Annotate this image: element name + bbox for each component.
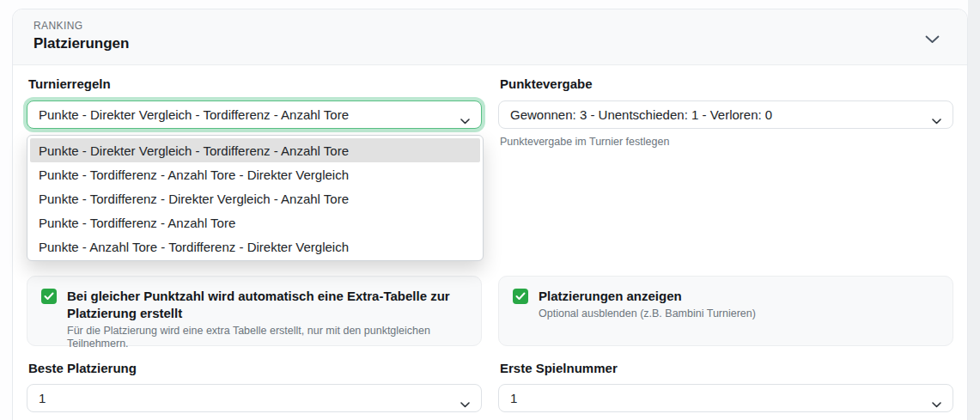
dropdown-option[interactable]: Punkte - Tordifferenz - Anzahl Tore - Di… [30,162,480,186]
dropdown-option[interactable]: Punkte - Anzahl Tore - Tordifferenz - Di… [30,234,480,259]
beste-platzierung-select-value: 1 [39,391,46,405]
erste-spielnummer-select-value: 1 [510,391,517,405]
dropdown-option[interactable]: Punkte - Tordifferenz - Anzahl Tore [30,210,480,234]
platzierungen-anzeigen-card: Platzierungen anzeigen Optional ausblend… [498,276,953,346]
erste-spielnummer-select[interactable]: 1 [498,384,953,412]
punktevergabe-select-value: Gewonnen: 3 - Unentschieden: 1 - Verlore… [510,107,772,122]
extra-tabelle-card: Bei gleicher Punktzahl wird automatisch … [27,276,482,346]
extra-tabelle-help: Für die Platzierung wird eine extra Tabe… [67,325,467,350]
platzierungen-anzeigen-label[interactable]: Platzierungen anzeigen [539,288,939,305]
platzierungen-anzeigen-checkbox[interactable] [513,289,528,304]
chevron-down-icon [932,113,941,127]
punktevergabe-select[interactable]: Gewonnen: 3 - Unentschieden: 1 - Verlore… [498,100,953,129]
panel-eyebrow: RANKING [33,20,947,32]
turnierregeln-select-value: Punkte - Direkter Vergleich - Tordiffere… [39,107,349,122]
extra-tabelle-checkbox[interactable] [41,289,57,304]
ranking-panel: RANKING Platzierungen Turnierregeln Punk… [12,9,968,420]
beste-platzierung-select[interactable]: 1 [27,384,482,412]
extra-tabelle-label[interactable]: Bei gleicher Punktzahl wird automatisch … [67,288,467,322]
beste-platzierung-label: Beste Platzierung [27,361,482,375]
turnierregeln-label: Turnierregeln [27,76,482,91]
turnierregeln-select[interactable]: Punkte - Direkter Vergleich - Tordiffere… [27,100,482,129]
chevron-down-icon[interactable] [925,32,940,47]
dropdown-option[interactable]: Punkte - Tordifferenz - Direkter Verglei… [30,186,480,210]
chevron-down-icon [932,396,941,411]
chevron-down-icon [460,113,470,127]
punktevergabe-help: Punktevergabe im Turnier festlegen [498,136,953,148]
scrollbar-track[interactable] [968,0,980,420]
punktevergabe-label: Punktevergabe [498,76,953,91]
panel-title: Platzierungen [33,35,947,52]
erste-spielnummer-label: Erste Spielnummer [498,361,953,375]
panel-header: RANKING Platzierungen [13,9,967,65]
chevron-down-icon [460,396,470,411]
dropdown-option[interactable]: Punkte - Direkter Vergleich - Tordiffere… [30,138,480,162]
turnierregeln-dropdown: Punkte - Direkter Vergleich - Tordiffere… [27,135,484,261]
platzierungen-anzeigen-help: Optional ausblenden (z.B. Bambini Turnie… [539,307,939,320]
